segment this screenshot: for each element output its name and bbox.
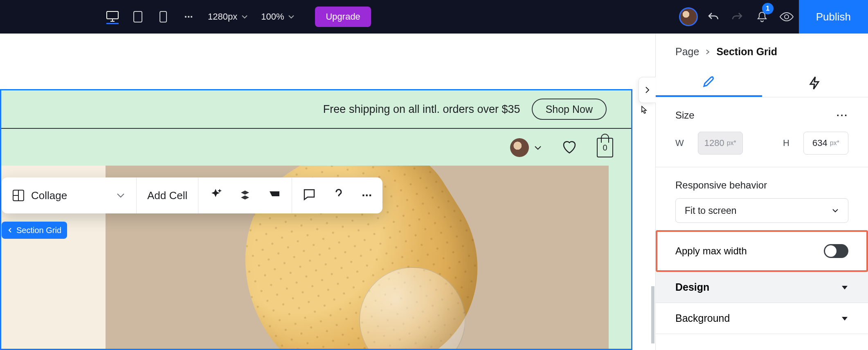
collapse-panel-button[interactable]	[639, 77, 656, 103]
announcement-text: Free shipping on all intl. orders over $…	[323, 103, 520, 116]
publish-button[interactable]: Publish	[799, 0, 868, 34]
size-more-icon[interactable]: ···	[837, 110, 848, 121]
chevron-left-icon	[7, 227, 13, 233]
svg-rect-1	[134, 11, 142, 22]
canvas-scrollbar[interactable]	[650, 286, 654, 343]
design-tab[interactable]	[656, 69, 762, 97]
layout-preset-select[interactable]: Collage	[2, 177, 137, 213]
add-cell-button[interactable]: Add Cell	[137, 177, 198, 213]
apply-max-width-toggle[interactable]	[824, 244, 848, 258]
site-header-actions: 0	[510, 130, 613, 165]
canvas-width-value: 1280px	[208, 11, 237, 22]
pointer-cursor-overlay	[638, 105, 650, 117]
more-breakpoints-icon[interactable]: ···	[182, 11, 195, 23]
height-input[interactable]: 634 px*	[803, 132, 848, 155]
size-section: Size ··· W 1280 px* H 634 px*	[656, 97, 868, 167]
mobile-breakpoint-icon[interactable]	[157, 11, 169, 23]
section-breadcrumb-tag[interactable]: Section Grid	[2, 222, 67, 239]
responsive-section: Responsive behavior Fit to screen	[656, 167, 868, 230]
canvas-width-select[interactable]: 1280px	[208, 11, 248, 22]
lightning-icon	[808, 76, 822, 90]
zoom-select[interactable]: 100%	[261, 11, 295, 22]
panel-breadcrumb: Page Section Grid	[656, 34, 868, 62]
more-actions-icon[interactable]: ···	[362, 188, 372, 202]
divider-line	[1, 128, 631, 129]
comment-icon[interactable]	[303, 188, 316, 203]
shop-now-button[interactable]: Shop Now	[532, 99, 607, 120]
stack-order-icon[interactable]	[238, 188, 252, 203]
chevron-down-icon	[534, 144, 542, 152]
context-toolbar: Collage Add Cell ···	[2, 177, 382, 213]
notifications-count: 1	[762, 3, 774, 14]
account-avatar[interactable]	[676, 4, 701, 29]
top-toolbar: ··· 1280px 100% Upgrade 1 Publish	[0, 0, 868, 34]
upgrade-button[interactable]: Upgrade	[315, 7, 371, 27]
selected-section-frame[interactable]: Free shipping on all intl. orders over $…	[0, 89, 632, 350]
cart-bag-icon[interactable]: 0	[597, 138, 613, 157]
svg-point-3	[785, 15, 789, 19]
grid-layout-icon	[12, 189, 25, 202]
triangle-down-icon	[841, 284, 848, 291]
width-label: W	[675, 138, 684, 148]
apply-max-width-row: Apply max width	[656, 230, 868, 272]
cart-count: 0	[603, 143, 607, 153]
wishlist-heart-icon[interactable]	[561, 138, 578, 157]
chevron-down-icon	[832, 207, 839, 214]
notifications-icon[interactable]: 1	[750, 4, 774, 29]
preview-icon[interactable]	[774, 4, 799, 29]
chevron-down-icon	[116, 191, 126, 200]
help-icon[interactable]	[332, 188, 345, 203]
redo-icon[interactable]	[725, 4, 750, 29]
desktop-breakpoint-icon[interactable]	[106, 12, 119, 24]
inspector-panel: Page Section Grid Size ··· W 1280 px* H …	[655, 34, 868, 350]
undo-icon[interactable]	[701, 4, 725, 29]
avatar-icon	[510, 138, 529, 157]
zoom-value: 100%	[261, 11, 284, 22]
design-accordion[interactable]: Design	[656, 272, 868, 303]
svg-rect-2	[160, 11, 166, 22]
svg-rect-0	[107, 11, 118, 19]
panel-tabs	[656, 69, 868, 97]
editor-canvas[interactable]: Free shipping on all intl. orders over $…	[0, 34, 655, 350]
interactions-tab[interactable]	[762, 69, 868, 97]
tablet-breakpoint-icon[interactable]	[132, 11, 144, 23]
responsive-behavior-select[interactable]: Fit to screen	[675, 198, 848, 223]
brush-icon	[702, 75, 716, 89]
size-label: Size	[675, 110, 695, 121]
apply-max-width-label: Apply max width	[675, 245, 747, 257]
height-label: H	[783, 138, 789, 148]
responsive-label: Responsive behavior	[675, 179, 848, 191]
announcement-bar: Free shipping on all intl. orders over $…	[1, 90, 631, 128]
login-avatar-button[interactable]	[510, 138, 542, 157]
breadcrumb-root[interactable]: Page	[675, 46, 699, 58]
stretch-icon[interactable]	[268, 188, 281, 203]
width-input[interactable]: 1280 px*	[698, 132, 743, 155]
triangle-down-icon	[841, 315, 848, 322]
ai-sparkle-icon[interactable]	[209, 188, 222, 203]
chevron-right-icon	[705, 49, 711, 55]
background-accordion[interactable]: Background	[656, 303, 868, 334]
layout-preset-label: Collage	[31, 189, 67, 202]
breadcrumb-current: Section Grid	[716, 46, 777, 58]
